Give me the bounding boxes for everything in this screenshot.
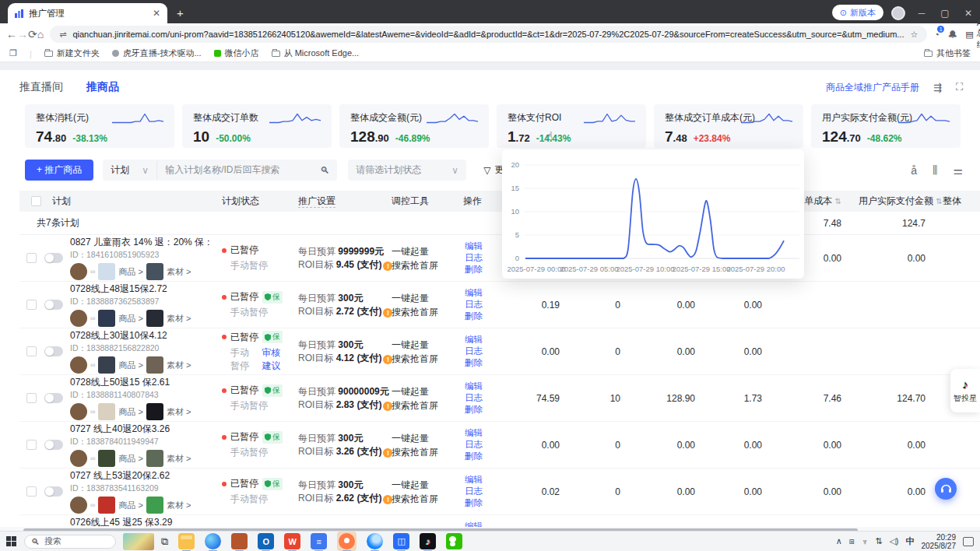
product-link[interactable]: 商品 > (118, 360, 142, 371)
plan-toggle-switch[interactable] (44, 253, 63, 263)
one-key-boost-link[interactable]: 一键起量 (392, 338, 454, 352)
custom-columns-icon[interactable]: ⫼ (933, 163, 937, 177)
window-close-button[interactable]: ✕ (957, 8, 980, 19)
back-button[interactable]: ← (6, 28, 17, 40)
audience-icon[interactable]: å (911, 164, 917, 177)
product-link[interactable]: 商品 > (118, 453, 142, 465)
search-top-screen-link[interactable]: 搜索抢首屏 (392, 445, 454, 459)
stat-card[interactable]: 整体成交金额(元) 128.90 -46.89% (339, 104, 489, 148)
bookmark-item[interactable]: 从 Microsoft Edge... (272, 47, 360, 59)
material-link[interactable]: 素材 > (167, 360, 191, 371)
plan-toggle-switch[interactable] (44, 393, 63, 403)
docs-app-icon[interactable]: ≡ (311, 533, 327, 549)
edge-browser-icon[interactable] (205, 533, 221, 549)
tray-expand-icon[interactable]: ∧ (836, 536, 842, 546)
row-checkbox[interactable] (19, 300, 43, 310)
log-link[interactable]: 日志 (465, 486, 499, 497)
search-top-screen-link[interactable]: 搜索抢首屏 (392, 305, 454, 319)
taskbar-search[interactable]: 🔍︎搜索 (24, 535, 116, 549)
search-top-screen-link[interactable]: 搜索抢首屏 (392, 258, 454, 272)
material-thumbnail[interactable] (146, 356, 163, 374)
search-top-screen-link[interactable]: 搜索抢首屏 (392, 352, 454, 366)
product-thumbnail[interactable] (98, 497, 115, 514)
side-panel-icon[interactable]: ❐ (9, 48, 17, 58)
tab-live-room[interactable]: 推直播间 (19, 80, 63, 94)
new-version-button[interactable]: ⊙新版本 (832, 5, 883, 20)
one-key-boost-link[interactable]: 一键起量 (392, 291, 454, 305)
network-icon[interactable]: ⇅ (875, 536, 882, 546)
plan-type-select[interactable]: 计划∨ (103, 160, 156, 181)
blue-circle-app-icon[interactable] (367, 533, 383, 549)
tiktok-app-icon[interactable]: ♪ (420, 533, 436, 549)
product-thumbnail[interactable] (98, 450, 115, 467)
home-button[interactable]: ⌂ (37, 28, 44, 40)
edit-link[interactable]: 编辑 (465, 427, 499, 439)
product-link[interactable]: 商品 > (118, 313, 142, 325)
wechat-app-icon[interactable] (446, 533, 462, 549)
extensions-icon[interactable]: ◔1 (933, 29, 940, 40)
toolbox-app-icon[interactable] (231, 533, 248, 549)
search-top-screen-link[interactable]: 搜索抢首屏 (392, 398, 454, 412)
row-checkbox[interactable] (19, 440, 43, 450)
taskbar-clock[interactable]: 20:29 2025/8/27 (922, 533, 957, 550)
new-tab-button[interactable]: + (177, 6, 184, 19)
product-link[interactable]: 商品 > (118, 500, 142, 511)
volume-icon[interactable]: ◁) (889, 536, 898, 546)
stat-card[interactable]: 整体支付ROI 1.72 -14.43% (497, 104, 646, 148)
netdisk-app-icon[interactable]: ◫ (393, 533, 409, 549)
edit-link[interactable]: 编辑 (465, 334, 499, 346)
zhitouxing-widget[interactable]: ♪ 智投星 (950, 369, 980, 412)
delete-link[interactable]: 删除 (465, 404, 499, 416)
delete-link[interactable]: 删除 (465, 497, 499, 509)
notification-center-icon[interactable] (963, 537, 974, 546)
weather-widget-thumbnail[interactable] (123, 533, 154, 550)
forward-button[interactable]: → (17, 28, 28, 40)
row-checkbox[interactable] (19, 346, 43, 356)
product-thumbnail[interactable] (98, 310, 115, 327)
promote-product-button[interactable]: + 推广商品 (25, 160, 93, 181)
search-top-screen-link[interactable]: 搜索抢首屏 (392, 492, 454, 506)
outlook-icon[interactable]: O (258, 533, 274, 549)
material-thumbnail[interactable] (146, 310, 163, 327)
stat-card[interactable]: 整体成交订单数 10 -50.00% (182, 104, 332, 148)
other-bookmarks-button[interactable]: 其他书签 (924, 47, 971, 59)
material-link[interactable]: 素材 > (167, 406, 191, 418)
display-icon[interactable]: ⧈ (849, 536, 855, 546)
review-suggestion-link[interactable]: 审核建议 (262, 346, 290, 373)
material-thumbnail[interactable] (146, 497, 163, 514)
material-link[interactable]: 素材 > (167, 500, 191, 511)
ai-summary-button[interactable]: ▤AI总结∨ (965, 18, 980, 51)
file-explorer-icon[interactable] (178, 533, 195, 549)
log-link[interactable]: 日志 (465, 252, 499, 264)
one-key-boost-link[interactable]: 一键起量 (392, 244, 454, 258)
delete-link[interactable]: 删除 (465, 311, 499, 322)
plan-toggle-switch[interactable] (44, 486, 63, 497)
log-link[interactable]: 日志 (465, 299, 499, 311)
microphone-icon[interactable]: ♆ (862, 537, 868, 546)
material-link[interactable]: 素材 > (167, 313, 191, 325)
ime-indicator[interactable]: 中 (906, 535, 915, 547)
bookmark-star-icon[interactable]: ☆ (910, 30, 918, 40)
one-key-boost-link[interactable]: 一键起量 (392, 431, 454, 445)
task-view-icon[interactable]: ⧉ (161, 535, 168, 548)
product-manual-link[interactable]: 商品全域推广产品手册 (826, 81, 919, 94)
table-settings-icon[interactable]: ⚌ (953, 164, 963, 177)
tab-close-icon[interactable]: ✕ (153, 8, 160, 19)
sort-icon[interactable]: ⇅ (835, 197, 841, 205)
search-icon[interactable]: 🔍︎ (320, 165, 329, 176)
material-thumbnail[interactable] (146, 403, 163, 420)
log-link[interactable]: 日志 (465, 439, 499, 451)
row-checkbox[interactable] (19, 486, 43, 497)
start-button[interactable] (6, 536, 17, 547)
log-link[interactable]: 日志 (465, 346, 499, 357)
header-user-paid[interactable]: 用户实际支付金额 ⇅ (849, 195, 933, 208)
bookmark-item[interactable]: 新建文件夹 (44, 47, 100, 59)
plan-toggle-switch[interactable] (44, 346, 63, 356)
window-minimize-button[interactable]: ─ (910, 8, 933, 19)
select-all-checkbox[interactable] (19, 196, 43, 206)
browser-avatar[interactable] (891, 6, 905, 20)
product-thumbnail[interactable] (98, 356, 115, 374)
delete-link[interactable]: 删除 (465, 451, 499, 462)
stat-card[interactable]: 整体成交订单成本(元) 7.48 +23.84% (654, 104, 803, 148)
edit-link[interactable]: 编辑 (465, 381, 499, 392)
